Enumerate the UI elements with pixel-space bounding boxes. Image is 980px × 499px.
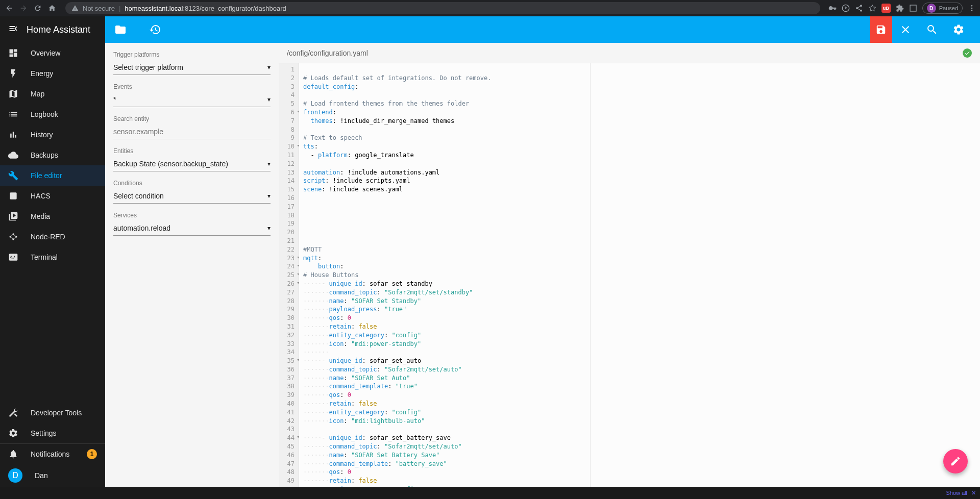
key-icon[interactable]: [828, 4, 837, 12]
editor-panel: /config/configuration.yaml 1234567891011…: [279, 43, 980, 487]
code-editor[interactable]: 1234567891011121314151617181920212223242…: [279, 63, 980, 487]
install-icon[interactable]: [842, 4, 850, 12]
events-label: Events: [113, 83, 271, 90]
entities-select[interactable]: Backup State (sensor.backup_state): [113, 157, 271, 171]
terminal-icon: [8, 252, 18, 262]
reload-button[interactable]: [33, 3, 43, 13]
left-panel: Trigger platformsSelect trigger platform…: [105, 43, 279, 487]
fab-edit[interactable]: [943, 449, 968, 473]
sidebar-label: Terminal: [31, 253, 58, 261]
sidebar-item-hacs[interactable]: HACS: [0, 186, 105, 206]
sidebar-item-settings[interactable]: Settings: [0, 423, 105, 443]
svg-rect-5: [10, 192, 16, 199]
close-button[interactable]: [898, 22, 913, 37]
svg-rect-1: [910, 5, 916, 11]
list-icon: [8, 109, 18, 119]
trigger-select[interactable]: Select trigger platform: [113, 60, 271, 75]
browser-chrome: Not secure | homeassistant.local:8123/co…: [0, 0, 980, 16]
chart-icon: [8, 130, 18, 140]
history-button[interactable]: [148, 22, 162, 37]
sidebar-item-energy[interactable]: Energy: [0, 63, 105, 84]
play-icon: [8, 211, 18, 221]
svg-point-2: [971, 5, 973, 7]
trigger-label: Trigger platforms: [113, 51, 271, 58]
insecure-icon: [71, 5, 79, 12]
back-button[interactable]: [4, 3, 14, 13]
url-path: :8123/core_configurator/dashboard: [183, 5, 286, 12]
conditions-label: Conditions: [113, 180, 271, 187]
search-button[interactable]: [925, 22, 939, 37]
sidebar-item-map[interactable]: Map: [0, 84, 105, 104]
folder-button[interactable]: [113, 22, 128, 37]
sidebar-label: History: [31, 131, 53, 139]
file-path: /config/configuration.yaml: [287, 49, 368, 57]
sidebar-label: Logbook: [31, 110, 58, 118]
services-select[interactable]: automation.reload: [113, 221, 271, 236]
sidebar-label: Media: [31, 212, 50, 220]
sidebar-item-media[interactable]: Media: [0, 206, 105, 227]
sidebar-item-node-red[interactable]: Node-RED: [0, 227, 105, 247]
sidebar-label: Settings: [31, 429, 57, 437]
sidebar-label: HACS: [31, 192, 51, 200]
menu-icon[interactable]: [968, 4, 976, 12]
hacs-icon: [8, 191, 18, 201]
sidebar-item-devtools[interactable]: Developer Tools: [0, 403, 105, 423]
app-title: Home Assistant: [27, 24, 90, 35]
user-name: Dan: [35, 471, 48, 480]
nodes-icon: [8, 232, 18, 242]
search-label: Search entity: [113, 115, 271, 122]
panel-icon[interactable]: [909, 4, 917, 12]
map-icon: [8, 89, 18, 99]
save-button[interactable]: [870, 16, 892, 43]
services-label: Services: [113, 212, 271, 219]
sidebar-item-file-editor[interactable]: File editor: [0, 165, 105, 186]
url-host: homeassistant.local: [125, 5, 183, 12]
forward-button[interactable]: [18, 3, 29, 13]
extensions-icon[interactable]: [896, 4, 904, 12]
sidebar-label: Energy: [31, 69, 53, 78]
flash-icon: [8, 68, 18, 79]
profile-paused[interactable]: D Paused: [922, 3, 963, 14]
insecure-label: Not secure: [83, 5, 115, 12]
hammer-icon: [8, 408, 18, 418]
sidebar-item-terminal[interactable]: Terminal: [0, 247, 105, 267]
url-bar[interactable]: Not secure | homeassistant.local:8123/co…: [65, 2, 820, 14]
sidebar-label: Developer Tools: [31, 409, 82, 417]
search-input[interactable]: [113, 124, 271, 139]
share-icon[interactable]: [855, 4, 863, 12]
profile-avatar-icon: D: [927, 4, 936, 13]
sidebar-label: Node-RED: [31, 233, 65, 241]
conditions-select[interactable]: Select condition: [113, 189, 271, 204]
sidebar-item-logbook[interactable]: Logbook: [0, 104, 105, 124]
user-profile[interactable]: D Dan: [0, 464, 105, 487]
events-select[interactable]: *: [113, 92, 271, 107]
bell-icon: [8, 449, 18, 459]
gear-icon: [8, 428, 18, 438]
sidebar-item-history[interactable]: History: [0, 124, 105, 145]
sidebar-item-overview[interactable]: Overview: [0, 43, 105, 63]
sidebar-item-backups[interactable]: Backups: [0, 145, 105, 165]
star-icon[interactable]: [868, 4, 876, 12]
dashboard-icon: [8, 48, 18, 58]
valid-icon: [963, 48, 972, 58]
svg-point-3: [971, 8, 973, 9]
sidebar-label: Overview: [31, 49, 60, 57]
user-avatar-icon: D: [8, 468, 22, 483]
settings-button[interactable]: [951, 22, 966, 37]
taskbar: Show all✕: [0, 487, 980, 499]
sidebar-item-notifications[interactable]: Notifications1: [0, 444, 105, 464]
notification-badge: 1: [87, 449, 97, 459]
cloud-icon: [8, 150, 18, 160]
hamburger-icon[interactable]: [8, 23, 18, 36]
wrench-icon: [8, 170, 18, 181]
entities-label: Entities: [113, 147, 271, 155]
sidebar-label: Notifications: [31, 450, 69, 458]
show-all-link[interactable]: Show all: [946, 490, 967, 496]
sidebar-label: Map: [31, 90, 44, 98]
sidebar-label: Backups: [31, 151, 58, 159]
paused-label: Paused: [939, 5, 958, 11]
ublock-extension-icon[interactable]: uB: [881, 4, 891, 13]
sidebar: Home Assistant Overview Energy Map Logbo…: [0, 16, 105, 487]
home-button[interactable]: [47, 3, 57, 13]
svg-point-4: [971, 10, 973, 11]
